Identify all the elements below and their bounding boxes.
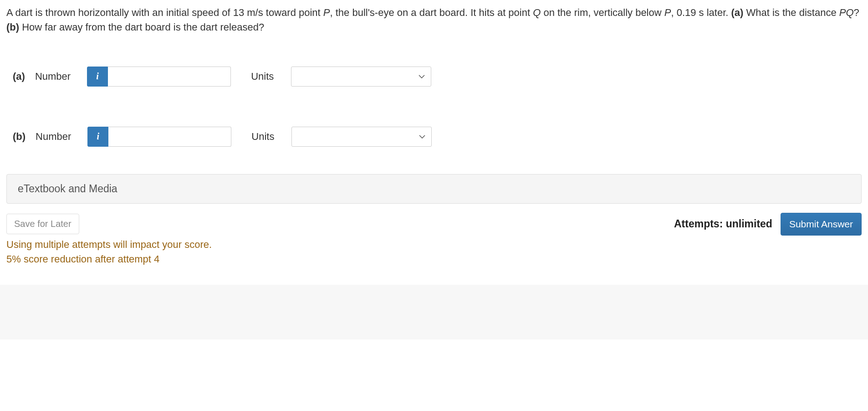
part-b-bold: (b) [6, 21, 19, 33]
question-part: What is the distance [743, 7, 839, 18]
question-part: How far away from the dart board is the … [19, 21, 264, 33]
info-icon[interactable]: i [87, 67, 108, 87]
question-part: ? [854, 7, 859, 18]
accordion-title: eTextbook and Media [18, 183, 117, 195]
save-for-later-button[interactable]: Save for Later [6, 214, 79, 234]
number-label-b: Number [36, 131, 71, 143]
policy-line: 5% score reduction after attempt 4 [6, 252, 862, 267]
answer-row-a: (a) Number i Units [13, 67, 862, 87]
var-p: P [664, 7, 671, 18]
score-policy-text: Using multiple attempts will impact your… [6, 237, 862, 267]
units-select-a[interactable] [291, 67, 431, 87]
part-label-b: (b) [13, 131, 26, 143]
var-q: Q [533, 7, 541, 18]
footer-row: Save for Later Attempts: unlimited Submi… [6, 213, 862, 236]
answer-row-b: (b) Number i Units [13, 127, 862, 147]
question-part: , 0.19 s later. [671, 7, 731, 18]
units-select-b[interactable] [291, 127, 432, 147]
question-text: A dart is thrown horizontally with an in… [6, 5, 862, 35]
info-icon[interactable]: i [87, 127, 108, 147]
number-label-a: Number [35, 71, 71, 82]
etextbook-accordion[interactable]: eTextbook and Media [6, 174, 862, 204]
attempts-text: Attempts: unlimited [674, 218, 772, 230]
submit-answer-button[interactable]: Submit Answer [781, 213, 862, 236]
answer-block: (a) Number i Units (b) Number i Units [13, 67, 862, 147]
bottom-band [0, 285, 868, 339]
number-input-a[interactable] [108, 67, 231, 87]
var-pq: PQ [839, 7, 854, 18]
footer-right-group: Attempts: unlimited Submit Answer [674, 213, 862, 236]
var-p: P [323, 7, 330, 18]
units-label-b: Units [251, 131, 274, 143]
policy-line: Using multiple attempts will impact your… [6, 237, 862, 252]
part-a-bold: (a) [731, 7, 744, 18]
question-part: , the bull's-eye on a dart board. It hit… [330, 7, 533, 18]
question-part: on the rim, vertically below [541, 7, 664, 18]
units-select-wrap-a [291, 67, 431, 87]
question-part: A dart is thrown horizontally with an in… [6, 7, 323, 18]
units-label-a: Units [251, 71, 274, 82]
number-input-b[interactable] [108, 127, 231, 147]
units-select-wrap-b [291, 127, 432, 147]
part-label-a: (a) [13, 71, 25, 82]
